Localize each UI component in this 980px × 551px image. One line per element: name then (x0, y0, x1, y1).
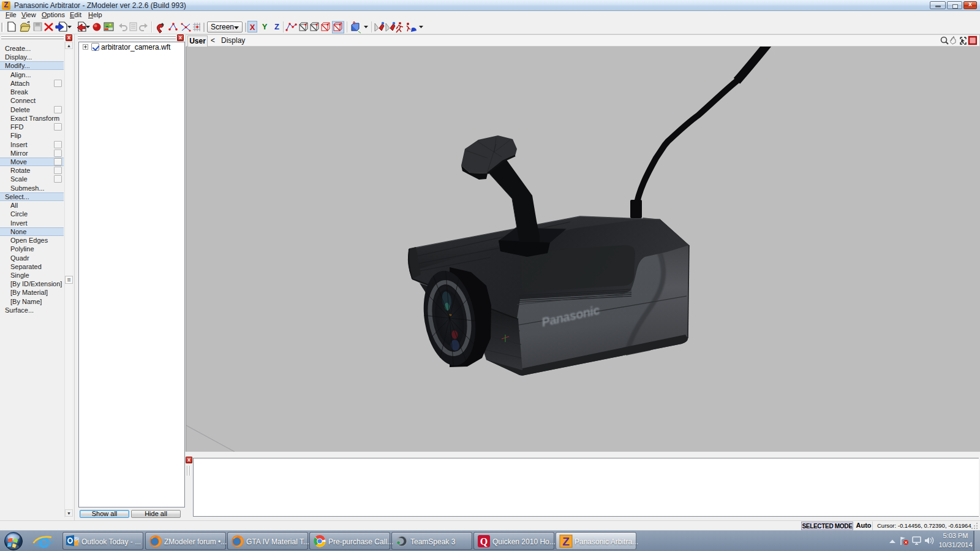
svg-text:Z: Z (562, 535, 570, 548)
svg-text:Q: Q (480, 536, 488, 547)
